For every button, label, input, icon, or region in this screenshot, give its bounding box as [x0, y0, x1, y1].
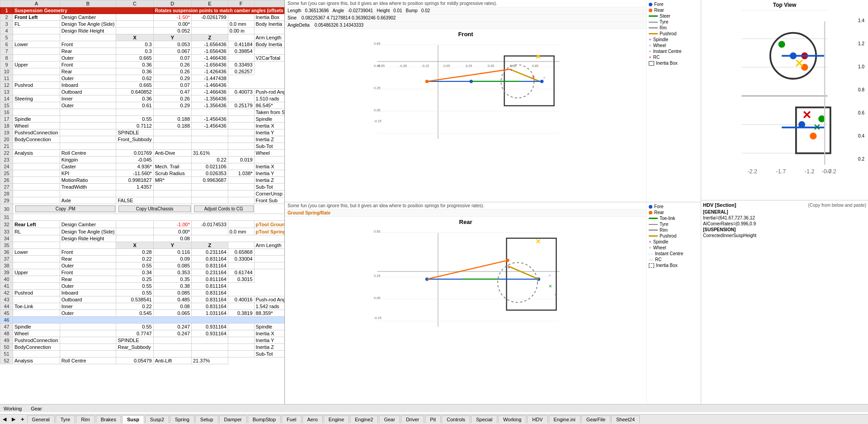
cell-17a: Spindle	[13, 116, 60, 123]
tab-brakes[interactable]: Brakes	[96, 415, 121, 423]
row-10: 10 Rear 0.36 0.26 -1.426436 0.26257	[0, 68, 285, 75]
row-32: 32 Rear Left Design Camber -1.00* -0.017…	[0, 221, 285, 228]
cell-31	[13, 214, 285, 221]
cell-20b	[60, 136, 116, 143]
tab-pit[interactable]: Pit	[425, 415, 441, 423]
cell-22b: Roll Centre	[60, 150, 116, 157]
tab-engine-ini[interactable]: Engine.ini	[549, 415, 580, 423]
cell-13d: 0.47	[153, 89, 191, 95]
tab-gear[interactable]: Gear	[379, 415, 400, 423]
tab-driver[interactable]: Driver	[401, 415, 424, 423]
copy-pm-button[interactable]: Copy .PM	[15, 205, 115, 212]
charts-col: Some fun (you can ignore this, but it gi…	[285, 0, 701, 404]
susp-sine-row: Sine 0.08225367 4.71278814 0.36390246 0.…	[285, 14, 646, 22]
cell-36g	[254, 249, 284, 256]
cell-32a: Rear Left	[13, 221, 60, 228]
cell-29c: FALSE	[116, 197, 153, 204]
cell-29g: Front Sub	[254, 197, 284, 204]
tab-add-button[interactable]: +	[18, 415, 27, 424]
copy-ultrachassis-button[interactable]: Copy UltraChassis	[118, 205, 191, 212]
col-f: F	[228, 0, 254, 7]
tab-susp[interactable]: Susp	[122, 415, 144, 424]
tab-damper[interactable]: Damper	[219, 415, 247, 423]
tab-hdv[interactable]: HDV	[527, 415, 547, 423]
cell-21f	[228, 143, 254, 150]
svg-text:0.25: 0.25	[466, 64, 472, 68]
col-g: G	[254, 0, 284, 7]
cell-4e	[192, 28, 228, 34]
cell-43d: 0.485	[153, 296, 191, 303]
tab-susp2[interactable]: Susp2	[145, 415, 169, 423]
cell-15b: Outer	[60, 102, 116, 109]
svg-text:-0.2: -0.2	[826, 168, 836, 175]
cell-50e	[192, 344, 228, 351]
tab-working[interactable]: Working	[498, 415, 526, 423]
cell-49f	[228, 337, 254, 344]
cell-24d: Mech. Trail	[153, 163, 191, 170]
cell-6b: Front	[60, 41, 116, 48]
tab-engine2[interactable]: Engine2	[350, 415, 378, 423]
tab-spring[interactable]: Spring	[170, 415, 194, 423]
rear-chart-area: Some fun (you can ignore this, but it gi…	[285, 202, 701, 404]
svg-text:0.25: 0.25	[374, 274, 380, 278]
row-13: 13 Outboard 0.640852 0.47 -1.466436 0.40…	[0, 89, 285, 95]
cell-50d	[153, 344, 191, 351]
cell-13f: 0.40073	[228, 89, 254, 95]
cell-8f	[228, 55, 254, 62]
tab-gearfile[interactable]: GearFile	[581, 415, 610, 423]
cell-43f: 0.40016	[228, 296, 254, 303]
front-chart-area: Some fun (you can ignore this, but it gi…	[285, 0, 701, 202]
cell-38a	[13, 262, 60, 269]
cell-35c: X	[116, 242, 153, 249]
cell-6d: 0.053	[153, 41, 191, 48]
susp-data-row: Length 0.36513696 Angle -0.02739041 Heig…	[285, 7, 646, 14]
tab-sheet24[interactable]: Sheet24	[611, 415, 640, 423]
cell-47d: 0.247	[153, 324, 191, 330]
cell-42e: 0.831164	[192, 290, 228, 296]
susp-height-label: Height	[377, 8, 390, 13]
cell-30e[interactable]: Adjust Cords to CG	[192, 204, 255, 214]
tab-tyre[interactable]: Tyre	[56, 415, 75, 423]
legend-steer: Steer	[649, 14, 699, 19]
cell-8d: 0.07	[153, 55, 191, 62]
rear-legend-rear: Rear	[649, 210, 699, 215]
tab-setup[interactable]: Setup	[195, 415, 218, 423]
susp-height-val: 0.01	[393, 8, 402, 13]
cell-22c: 0.01769	[116, 150, 153, 157]
cell-18b	[60, 123, 116, 129]
cell-30c[interactable]: Copy UltraChassis	[116, 204, 192, 214]
cell-16a	[13, 109, 60, 116]
tab-engine[interactable]: Engine	[324, 415, 349, 423]
cell-22a: Analysis	[13, 150, 60, 157]
tab-scroll-right[interactable]: ▶	[9, 415, 18, 423]
cell-16d	[153, 109, 191, 116]
cell-6f: 0.41184	[228, 41, 254, 48]
cell-2b: Design Camber	[60, 14, 116, 21]
legend-spindle: +Spindle	[649, 37, 699, 42]
cell-42a: Pushrod	[13, 290, 60, 296]
cell-37c: 0.22	[116, 256, 153, 262]
tab-rim[interactable]: Rim	[76, 415, 95, 423]
cell-38g: 0.51439526	[254, 262, 284, 269]
description-cell: Rotates suspension points to match cambe…	[153, 7, 284, 14]
cell-14e: -1.356436	[192, 95, 228, 102]
cell-26b: MotionRatio	[60, 177, 116, 184]
cell-10d: 0.26	[153, 68, 191, 75]
cell-28a	[13, 191, 60, 197]
row-37: 37 Rear 0.22 0.09 0.831164 0.33004 0.540…	[0, 256, 285, 262]
tab-aero[interactable]: Aero	[302, 415, 323, 423]
tab-scroll-left[interactable]: ◀	[0, 415, 9, 423]
tab-fuel[interactable]: Fuel	[282, 415, 301, 423]
tab-special[interactable]: Special	[471, 415, 497, 423]
tab-general[interactable]: General	[27, 415, 55, 423]
cell-49c: SPINDLE	[116, 337, 153, 344]
tab-controls[interactable]: Controls	[442, 415, 470, 423]
row-44: 44 Toe-Link Inner 0.22 0.08 0.831164 1.5…	[0, 303, 285, 310]
grid-wrapper[interactable]: A B C D E F G H I J K	[0, 0, 284, 404]
adjust-cords-button[interactable]: Adjust Cords to CG	[194, 205, 254, 212]
tab-bumpstop[interactable]: BumpStop	[248, 415, 281, 423]
cell-17d: 0.188	[153, 116, 191, 123]
svg-text:0.05: 0.05	[374, 108, 380, 112]
cell-30a[interactable]: Copy .PM	[13, 204, 116, 214]
rear-legend-tyre: Tyre	[649, 222, 699, 227]
